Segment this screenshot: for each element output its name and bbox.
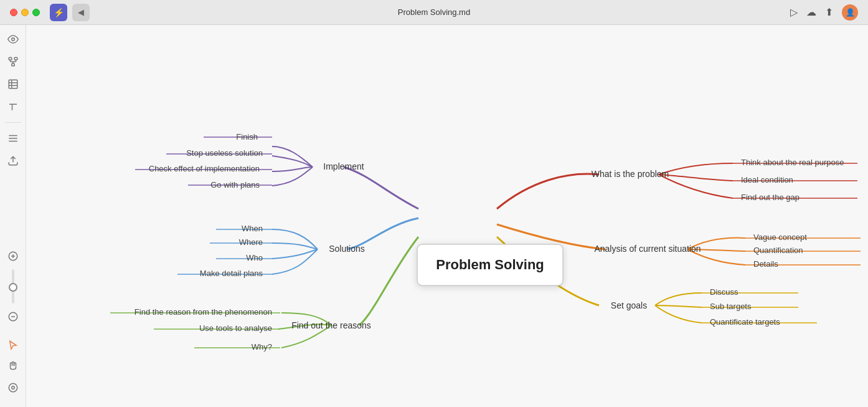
finish-label: Finish <box>236 132 258 141</box>
sidebar-table-icon[interactable] <box>4 75 22 93</box>
svg-rect-8 <box>9 80 17 89</box>
sidebar-divider <box>5 122 21 123</box>
central-node-text: Problem Solving <box>436 257 544 272</box>
find-reason-label: Find the reason from the phenomenon <box>134 307 272 317</box>
what-is-problem-label: What is the problem <box>592 169 669 179</box>
why-label: Why? <box>252 342 272 352</box>
check-effect-label: Check effect of implementation <box>149 164 260 173</box>
sidebar-hand-icon[interactable] <box>4 357 22 376</box>
sidebar-list-icon[interactable] <box>4 129 22 148</box>
find-out-gap-label: Find out the gap <box>741 193 800 202</box>
sidebar-export-icon[interactable] <box>4 151 22 170</box>
make-detail-plans-label: Make detail plans <box>200 269 263 278</box>
mindmap-svg: Finish Stop useless solution Check effec… <box>26 25 868 407</box>
minimize-button[interactable] <box>21 9 29 16</box>
zoom-track <box>12 269 14 304</box>
who-label: Who <box>246 253 263 262</box>
sidebar-minus-icon[interactable] <box>4 307 22 326</box>
traffic-lights <box>10 9 40 16</box>
svg-rect-3 <box>11 64 14 66</box>
svg-rect-1 <box>9 57 12 60</box>
svg-point-23 <box>9 383 17 392</box>
stop-useless-label: Stop useless solution <box>186 148 263 158</box>
user-avatar[interactable]: 👤 <box>842 4 858 21</box>
sub-targets-label: Sub targets <box>710 302 752 311</box>
titlebar: ⚡ ◀ Problem Solving.md ▷ ☁ ⬆ 👤 <box>0 0 868 25</box>
main-area: Finish Stop useless solution Check effec… <box>0 25 868 407</box>
sidebar-text-icon[interactable] <box>4 97 22 116</box>
svg-point-0 <box>11 38 14 41</box>
sidebar-preview-icon[interactable] <box>4 378 22 397</box>
find-out-reasons-label: Find out the reasons <box>291 320 371 330</box>
vague-concept-label: Vague concept <box>753 232 807 242</box>
svg-rect-2 <box>14 57 17 60</box>
use-tools-label: Use tools to analyse <box>199 323 272 333</box>
details-label: Details <box>753 259 778 269</box>
sidebar-cursor-icon[interactable] <box>4 336 22 355</box>
svg-point-24 <box>11 386 14 390</box>
share-button[interactable]: ⬆ <box>825 6 833 18</box>
titlebar-left: ⚡ ◀ <box>10 4 90 21</box>
think-real-purpose-label: Think about the real purpose <box>741 158 844 167</box>
quantificate-targets-label: Quantificate targets <box>710 317 780 327</box>
ideal-condition-label: Ideal condition <box>741 175 793 184</box>
quantification-label: Quantification <box>753 246 803 255</box>
canvas-area[interactable]: Finish Stop useless solution Check effec… <box>26 25 868 407</box>
sidebar-add-icon[interactable] <box>4 247 22 266</box>
titlebar-right: ▷ ☁ ⬆ 👤 <box>790 4 858 21</box>
back-button[interactable]: ◀ <box>72 4 90 21</box>
discuss-label: Discuss <box>710 287 738 297</box>
implement-label: Implement <box>323 161 364 171</box>
maximize-button[interactable] <box>32 9 40 16</box>
solutions-label: Solutions <box>329 244 365 254</box>
analysis-label: Analysis of current situation <box>594 244 701 254</box>
close-button[interactable] <box>10 9 17 16</box>
sidebar <box>0 25 26 407</box>
when-label: When <box>242 224 263 233</box>
play-button[interactable]: ▷ <box>790 6 798 18</box>
app-icon: ⚡ <box>50 4 67 21</box>
set-goals-label: Set goals <box>611 300 647 310</box>
zoom-thumb[interactable] <box>9 283 17 292</box>
cloud-button[interactable]: ☁ <box>806 6 816 18</box>
go-with-plans-label: Go with plans <box>210 180 260 189</box>
sidebar-hierarchy-icon[interactable] <box>4 52 22 71</box>
where-label: Where <box>239 237 263 247</box>
sidebar-eye-icon[interactable] <box>4 30 22 49</box>
window-title: Problem Solving.md <box>398 7 470 17</box>
